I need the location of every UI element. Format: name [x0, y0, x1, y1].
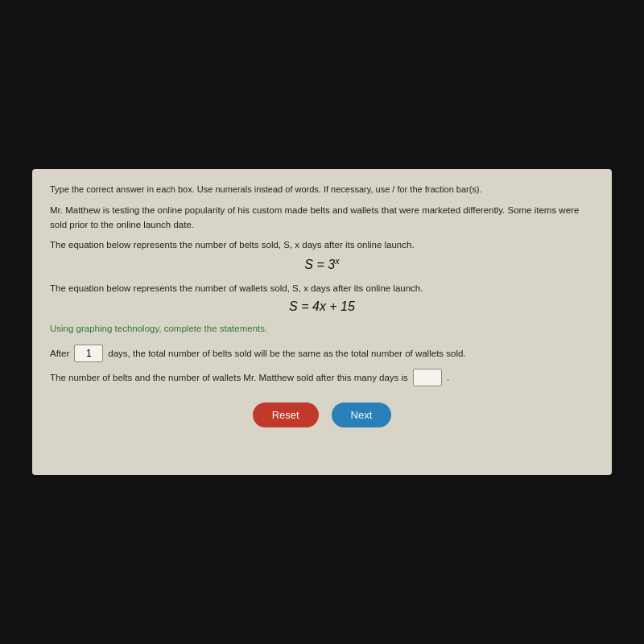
after-text: days, the total number of belts sold wil…	[108, 349, 465, 358]
wallets-row: The number of belts and the number of wa…	[50, 369, 594, 386]
wallets-eq-label: The equation below represents the number…	[50, 282, 594, 295]
wallets-input[interactable]	[413, 369, 442, 386]
graphing-label: Using graphing technology, complete the …	[50, 324, 594, 333]
belts-equation: S = 3x	[50, 256, 594, 272]
days-input[interactable]	[74, 345, 103, 362]
buttons-row: Reset Next	[50, 402, 594, 427]
description-text: Mr. Matthew is testing the online popula…	[50, 204, 594, 232]
next-button[interactable]: Next	[332, 402, 392, 427]
after-row: After days, the total number of belts so…	[50, 345, 594, 362]
instruction-text: Type the correct answer in each box. Use…	[50, 184, 594, 196]
wallets-label: The number of belts and the number of wa…	[50, 373, 408, 382]
paper-container: Type the correct answer in each box. Use…	[32, 169, 612, 475]
reset-button[interactable]: Reset	[253, 402, 319, 427]
wallets-equation: S = 4x + 15	[50, 299, 594, 314]
after-label: After	[50, 349, 69, 358]
belts-eq-label: The equation below represents the number…	[50, 238, 594, 251]
